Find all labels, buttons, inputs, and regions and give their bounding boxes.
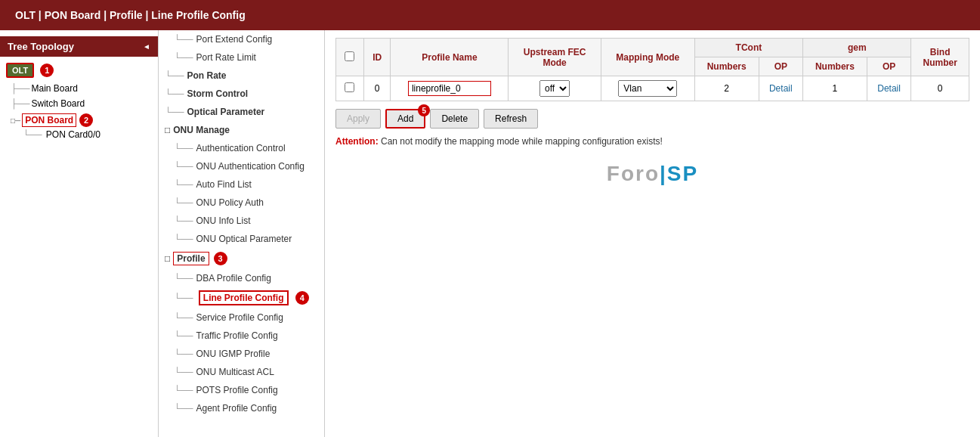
nav-onu-optical[interactable]: └──ONU Optical Parameter xyxy=(159,230,324,248)
tcont-detail-link[interactable]: Detail xyxy=(769,83,793,94)
nav-pots-profile[interactable]: └──POTS Profile Config xyxy=(159,381,324,399)
dash2: ├── xyxy=(11,98,30,109)
olt-badge: OLT xyxy=(6,63,34,78)
table-row: 0 off on Vlan Gem Port Port xyxy=(336,76,969,101)
nav-auto-find[interactable]: └──Auto Find List xyxy=(159,175,324,194)
breadcrumb: OLT | PON Board | Profile | Line Profile… xyxy=(15,9,246,21)
row-bind-number: 0 xyxy=(911,76,969,101)
switch-board-row[interactable]: ├── Switch Board xyxy=(8,96,158,111)
badge-4: 4 xyxy=(295,291,309,305)
sidebar-header: Tree Topology ◄ xyxy=(0,36,158,57)
tree-node-main: ├── Main Board xyxy=(0,81,158,96)
row-gem-numbers: 1 xyxy=(803,76,867,101)
th-bind: BindNumber xyxy=(911,39,969,76)
th-check xyxy=(336,39,364,76)
nav-storm-control[interactable]: └──Storm Control xyxy=(159,85,324,103)
row-id: 0 xyxy=(363,76,391,101)
content-area: ID Profile Name Upstream FEC Mode Mappin… xyxy=(325,30,980,437)
switch-board-label: Switch Board xyxy=(32,98,85,109)
nav-optical-param[interactable]: └──Optical Parameter xyxy=(159,103,324,121)
nav-pon-rate[interactable]: └──Pon Rate xyxy=(159,67,324,85)
top-bar: OLT | PON Board | Profile | Line Profile… xyxy=(0,0,980,30)
badge-2: 2 xyxy=(79,113,93,127)
watermark: Foro|SP xyxy=(335,162,969,186)
sidebar-title: Tree Topology xyxy=(8,41,74,52)
nav-onu-manage[interactable]: □ ONU Manage xyxy=(159,121,324,139)
th-gem-numbers: Numbers xyxy=(803,57,867,76)
refresh-button[interactable]: Refresh xyxy=(484,109,538,129)
th-id: ID xyxy=(363,39,391,76)
nav-onu-policy[interactable]: └──ONU Policy Auth xyxy=(159,194,324,212)
main-board-row[interactable]: ├── Main Board xyxy=(8,81,158,96)
main-board-label: Main Board xyxy=(32,83,78,94)
dash1: ├── xyxy=(11,83,30,94)
nav-port-extend[interactable]: └──Port Extend Config xyxy=(159,30,324,48)
th-gem-op: OP xyxy=(867,57,911,76)
pon-card-label: PON Card0/0 xyxy=(46,129,100,140)
pon-board-row[interactable]: □─ PON Board 2 xyxy=(8,111,158,129)
nav-onu-igmp[interactable]: └──ONU IGMP Profile xyxy=(159,345,324,363)
row-gem-op[interactable]: Detail xyxy=(867,76,911,101)
attention-message: Attention: Can not modify the mapping mo… xyxy=(335,136,969,147)
nav-onu-info[interactable]: └──ONU Info List xyxy=(159,212,324,230)
row-checkbox[interactable] xyxy=(345,82,354,92)
th-profile-name: Profile Name xyxy=(391,39,509,76)
nav-auth-control[interactable]: └──Authentication Control xyxy=(159,139,324,157)
action-buttons: Apply Add 5 Delete Refresh xyxy=(335,109,969,129)
sidebar: Tree Topology ◄ OLT 1 ├── Main Board ├──… xyxy=(0,30,159,437)
nav-service-profile[interactable]: └──Service Profile Config xyxy=(159,308,324,327)
select-all-checkbox[interactable] xyxy=(345,51,354,61)
nav-onu-auth-config[interactable]: └──ONU Authentication Config xyxy=(159,157,324,175)
th-upstream-fec: Upstream FEC Mode xyxy=(509,39,601,76)
row-tcont-op[interactable]: Detail xyxy=(759,76,803,101)
nav-agent-profile[interactable]: └──Agent Profile Config xyxy=(159,399,324,417)
row-tcont-numbers: 2 xyxy=(694,76,759,101)
add-button[interactable]: Add 5 xyxy=(385,109,425,129)
row-check[interactable] xyxy=(336,76,364,101)
profile-section-label: Profile xyxy=(173,252,209,265)
tree-node-switch: ├── Switch Board xyxy=(0,96,158,111)
expand-icon: □─ xyxy=(11,116,20,125)
th-tcont-numbers: Numbers xyxy=(694,57,759,76)
olt-item[interactable]: OLT 1 xyxy=(0,60,158,81)
delete-button[interactable]: Delete xyxy=(430,109,479,129)
gem-detail-link[interactable]: Detail xyxy=(877,83,901,94)
nav-panel: └──Port Extend Config └──Port Rate Limit… xyxy=(159,30,325,437)
row-profile-name[interactable] xyxy=(391,76,509,101)
dash3: └── xyxy=(23,129,42,140)
badge-1: 1 xyxy=(40,64,54,77)
th-tcont: TCont xyxy=(694,39,802,57)
attention-text: Can not modify the mapping mode while ma… xyxy=(381,136,663,147)
th-gem: gem xyxy=(803,39,911,57)
row-mapping-mode[interactable]: Vlan Gem Port Port xyxy=(601,76,694,101)
nav-dba-profile[interactable]: └──DBA Profile Config xyxy=(159,269,324,287)
badge-3: 3 xyxy=(214,252,227,265)
th-mapping-mode: Mapping Mode xyxy=(601,39,694,76)
nav-port-rate[interactable]: └──Port Rate Limit xyxy=(159,48,324,67)
nav-traffic-profile[interactable]: └──Traffic Profile Config xyxy=(159,327,324,345)
profile-name-input[interactable] xyxy=(408,81,491,96)
attention-prefix: Attention: xyxy=(335,136,379,147)
active-nav-label: Line Profile Config xyxy=(199,290,289,305)
line-profile-table: ID Profile Name Upstream FEC Mode Mappin… xyxy=(335,38,969,101)
th-tcont-op: OP xyxy=(759,57,803,76)
pon-card-row[interactable]: └── PON Card0/0 xyxy=(23,129,158,140)
apply-button[interactable]: Apply xyxy=(335,109,381,129)
row-upstream-fec[interactable]: off on xyxy=(509,76,601,101)
pon-card-node: └── PON Card0/0 xyxy=(0,129,158,140)
mapping-mode-select[interactable]: Vlan Gem Port Port xyxy=(618,80,677,97)
pon-board-label: PON Board xyxy=(22,113,76,127)
nav-profile-section[interactable]: □ Profile 3 xyxy=(159,248,324,269)
badge-5: 5 xyxy=(418,104,430,116)
upstream-fec-select[interactable]: off on xyxy=(539,80,570,97)
nav-line-profile[interactable]: └── Line Profile Config 4 xyxy=(159,287,324,308)
tree-node-pon: □─ PON Board 2 xyxy=(0,111,158,129)
sidebar-arrow[interactable]: ◄ xyxy=(143,42,150,51)
nav-onu-multicast[interactable]: └──ONU Multicast ACL xyxy=(159,363,324,381)
